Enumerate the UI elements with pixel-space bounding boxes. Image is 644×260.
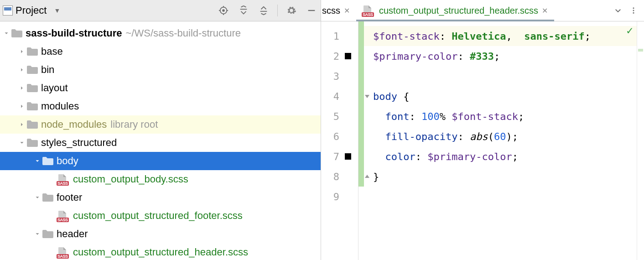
- code-line[interactable]: [364, 187, 637, 207]
- tree-folder[interactable]: modules: [0, 97, 321, 115]
- close-icon[interactable]: ✕: [344, 6, 350, 15]
- project-tool-window: Project ▼ sass-build-structure~/WS/sass-…: [0, 0, 321, 260]
- line-number: 2: [321, 51, 339, 62]
- tree-label: node_modules: [41, 119, 107, 130]
- editor-tabbar: scss ✕ SASS custom_output_structured_hea…: [321, 0, 644, 21]
- gutter-line[interactable]: 6: [321, 126, 358, 146]
- line-number: 8: [321, 171, 339, 182]
- tree-label: modules: [41, 100, 79, 112]
- project-title: Project: [16, 5, 47, 16]
- svg-point-10: [633, 10, 634, 11]
- tree-file[interactable]: .SASScustom_output_structured_header.scs…: [0, 243, 321, 260]
- close-icon[interactable]: ✕: [542, 6, 548, 15]
- tab-label: custom_output_structured_header.scss: [379, 5, 538, 16]
- tree-folder[interactable]: bin: [0, 61, 321, 79]
- code-area[interactable]: ✓ $font-stack: Helvetica, sans-serif;$pr…: [364, 21, 637, 260]
- project-icon: [3, 5, 13, 16]
- line-number: 9: [321, 191, 339, 203]
- code-line[interactable]: body {: [364, 86, 637, 106]
- tree-label: layout: [41, 82, 68, 94]
- code-line[interactable]: [364, 66, 637, 86]
- code-line[interactable]: }: [364, 166, 637, 187]
- tree-label: footer: [57, 192, 82, 203]
- chevron-down-icon: ▼: [54, 7, 60, 14]
- line-number: 5: [321, 111, 339, 122]
- gutter-line[interactable]: 4: [321, 86, 358, 106]
- tabs-dropdown-icon[interactable]: [610, 3, 626, 18]
- more-icon[interactable]: [626, 3, 641, 18]
- change-bar: [358, 21, 364, 187]
- minimize-icon[interactable]: [305, 4, 318, 17]
- tree-folder[interactable]: body: [0, 152, 321, 170]
- toolbar-icons: [217, 4, 318, 17]
- tree-folder[interactable]: header: [0, 225, 321, 243]
- gutter-line[interactable]: 7: [321, 146, 358, 166]
- expand-all-icon[interactable]: [237, 4, 250, 17]
- tree-label: custom_output_structured_header.scss: [73, 246, 248, 258]
- line-number: 3: [321, 71, 339, 82]
- tree-folder[interactable]: base: [0, 42, 321, 61]
- inspection-ok-icon[interactable]: ✓: [627, 24, 633, 37]
- tab-scss-partial[interactable]: scss ✕: [321, 0, 356, 21]
- code-line[interactable]: $font-stack: Helvetica, sans-serif;: [364, 26, 637, 46]
- project-toolbar: Project ▼: [0, 0, 321, 21]
- tree-folder[interactable]: layout: [0, 79, 321, 97]
- tree-folder[interactable]: footer: [0, 188, 321, 207]
- gutter[interactable]: 123456789: [321, 21, 358, 260]
- tree-file[interactable]: .SASScustom_output_structured_footer.scs…: [0, 207, 321, 225]
- gutter-line[interactable]: 5: [321, 106, 358, 126]
- editor-pane: scss ✕ SASS custom_output_structured_hea…: [321, 0, 644, 260]
- project-tree[interactable]: sass-build-structure~/WS/sass-build-stru…: [0, 21, 321, 260]
- tree-label: base: [41, 46, 63, 57]
- tree-label: bin: [41, 64, 54, 76]
- right-status-bar[interactable]: [637, 21, 644, 260]
- color-marker-icon[interactable]: [345, 153, 351, 160]
- line-number: 1: [321, 31, 339, 42]
- tree-label: custom_output_structured_footer.scss: [73, 210, 243, 222]
- gutter-line[interactable]: 2: [321, 46, 358, 66]
- color-marker-icon[interactable]: [345, 53, 351, 59]
- svg-point-11: [633, 12, 634, 14]
- code-editor[interactable]: 123456789 ✓ $font-stack: Helvetica, sans…: [321, 21, 644, 260]
- tree-label: body: [57, 155, 78, 167]
- tree-label: sass-build-structure: [26, 27, 122, 39]
- line-number: 4: [321, 91, 339, 102]
- locate-icon[interactable]: [217, 4, 230, 17]
- svg-point-9: [633, 7, 634, 9]
- line-number: 6: [321, 131, 339, 142]
- tree-folder[interactable]: styles_structured: [0, 134, 321, 152]
- settings-icon[interactable]: [285, 4, 298, 17]
- project-view-selector[interactable]: Project ▼: [3, 5, 60, 16]
- code-line[interactable]: color: $primary-color;: [364, 146, 637, 166]
- gutter-line[interactable]: 8: [321, 166, 358, 187]
- tree-suffix: library root: [110, 119, 158, 130]
- divider: [277, 5, 278, 16]
- tree-root[interactable]: sass-build-structure~/WS/sass-build-stru…: [0, 24, 321, 42]
- tree-path: ~/WS/sass-build-structure: [126, 27, 241, 39]
- tree-label: custom_output_body.scss: [73, 173, 188, 185]
- warning-hint[interactable]: [638, 49, 643, 52]
- tab-label: scss: [322, 5, 340, 16]
- tab-custom-output-structured-header[interactable]: SASS custom_output_structured_header.scs…: [356, 0, 554, 21]
- gutter-line[interactable]: 9: [321, 187, 358, 207]
- tree-file[interactable]: .SASScustom_output_body.scss: [0, 170, 321, 188]
- fold-close-icon[interactable]: [364, 173, 370, 180]
- code-line[interactable]: $primary-color: #333;: [364, 46, 637, 66]
- svg-point-1: [223, 10, 224, 11]
- tree-label: styles_structured: [41, 137, 117, 149]
- line-number: 7: [321, 151, 339, 162]
- code-line[interactable]: fill-opacity: abs(60);: [364, 126, 637, 146]
- tree-folder[interactable]: node_moduleslibrary root: [0, 115, 321, 134]
- sass-file-icon: SASS: [363, 5, 375, 16]
- gutter-line[interactable]: 1: [321, 26, 358, 46]
- collapse-all-icon[interactable]: [257, 4, 270, 17]
- code-line[interactable]: font: 100% $font-stack;: [364, 106, 637, 126]
- gutter-line[interactable]: 3: [321, 66, 358, 86]
- fold-open-icon[interactable]: [364, 93, 370, 99]
- tree-label: header: [57, 228, 88, 240]
